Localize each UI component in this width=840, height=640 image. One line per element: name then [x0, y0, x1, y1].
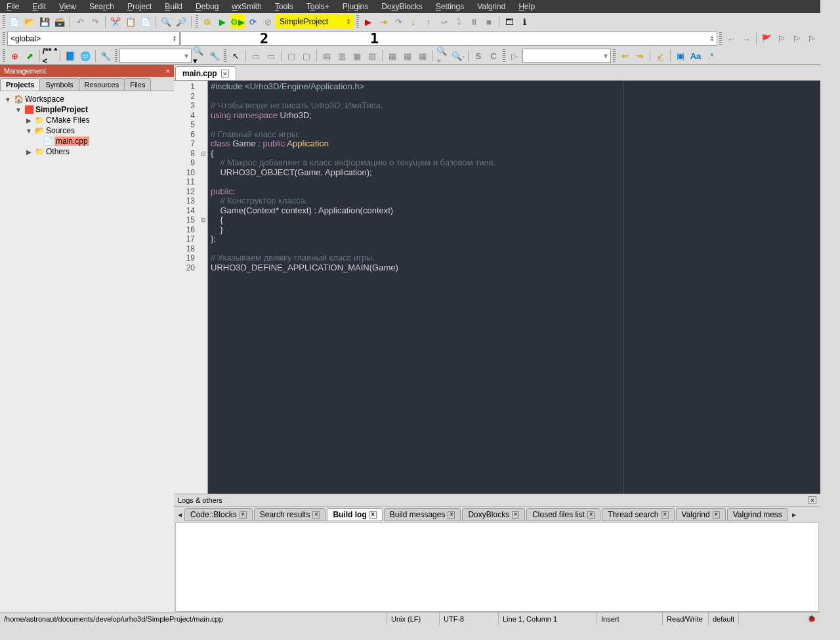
tb-misc-2[interactable]: ▭ [264, 49, 278, 63]
expander-icon[interactable]: ▼ [25, 127, 33, 135]
close-icon[interactable]: × [713, 511, 720, 519]
spinner-icon[interactable]: ▲▼ [710, 35, 714, 42]
build-run-button[interactable]: ⚙▶ [230, 14, 245, 29]
build-target-combo[interactable]: SimpleProject ▲▼ [276, 14, 354, 29]
tb-play-icon[interactable]: ▷ [507, 49, 522, 63]
spinner-icon[interactable]: ▲▼ [173, 35, 177, 42]
zoom-in-button[interactable]: 🔍+ [436, 49, 450, 63]
new-file-button[interactable]: 📄 [7, 14, 22, 29]
tb-grid-1[interactable]: ▦ [385, 49, 400, 63]
search-combo[interactable]: ▾ [119, 49, 192, 63]
zoom-out-button[interactable]: 🔍- [451, 49, 465, 63]
menu-view[interactable]: View [52, 1, 83, 12]
toolbar-handle[interactable] [356, 15, 359, 28]
close-tab-icon[interactable]: × [221, 70, 229, 77]
save-all-button[interactable]: 🗃️ [52, 14, 67, 29]
tab-resources[interactable]: Resources [79, 78, 125, 91]
chevron-down-icon[interactable]: ▾ [184, 51, 188, 60]
stop-debug-button[interactable]: ■ [482, 14, 496, 29]
doxy-config-button[interactable]: 🔧 [98, 49, 113, 63]
close-icon[interactable]: × [166, 67, 170, 75]
menu-project[interactable]: Project [121, 1, 158, 12]
close-icon[interactable]: × [808, 496, 816, 504]
toolbar-handle[interactable] [3, 49, 5, 62]
tb-misc-4[interactable]: ▢ [299, 49, 314, 63]
bookmark-clear-button[interactable]: 🏳 [805, 32, 819, 46]
bug-icon[interactable]: 🐞 [803, 614, 820, 623]
toolbar-handle[interactable] [613, 49, 616, 62]
toolbar-handle[interactable] [503, 49, 505, 62]
select-button[interactable]: ↖ [228, 49, 243, 63]
tb-misc-1[interactable]: ▭ [249, 49, 263, 63]
selection-button[interactable]: ▣ [673, 49, 688, 63]
cut-button[interactable]: ✂️ [108, 14, 123, 29]
tab-files[interactable]: Files [124, 78, 151, 91]
workspace-node[interactable]: Workspace [25, 95, 64, 104]
doxy-extract-button[interactable]: ⬈ [22, 49, 37, 63]
toolbar-handle[interactable] [196, 15, 198, 28]
open-file-button[interactable]: 📂 [22, 14, 37, 29]
tb-align-1[interactable]: ▤ [320, 49, 334, 63]
run-to-cursor-button[interactable]: ⇥ [376, 14, 390, 29]
menu-valgrind[interactable]: Valgrind [471, 1, 512, 12]
next-line-button[interactable]: ↷ [391, 14, 406, 29]
save-button[interactable]: 💾 [37, 14, 52, 29]
next-button[interactable]: ⇒ [633, 49, 647, 63]
nav-fwd-button[interactable]: → [739, 32, 753, 46]
nav-back-button[interactable]: ← [724, 32, 738, 46]
folder-others[interactable]: Others [46, 147, 70, 156]
log-tab-valgrind-mess[interactable]: Valgrind mess [727, 508, 788, 521]
logs-scroll-right[interactable]: ▸ [789, 510, 799, 519]
menu-file[interactable]: File [0, 1, 26, 12]
log-tab-codeblocks[interactable]: Code::Blocks× [184, 508, 253, 521]
editor-tab-main-cpp[interactable]: main.cpp × [175, 66, 236, 80]
log-tab-thread-search[interactable]: Thread search× [602, 508, 674, 521]
menu-plugins[interactable]: Plugins [336, 1, 375, 12]
comment-button[interactable]: C [486, 49, 501, 63]
toolbar-handle[interactable] [3, 15, 5, 28]
step-out-button[interactable]: ↑ [421, 14, 436, 29]
break-button[interactable]: ⏸ [467, 14, 481, 29]
source-button[interactable]: S [471, 49, 486, 63]
folder-cmake[interactable]: CMake Files [46, 116, 90, 125]
prev-button[interactable]: ⇐ [618, 49, 632, 63]
tb-align-3[interactable]: ▦ [350, 49, 364, 63]
close-icon[interactable]: × [662, 511, 669, 519]
log-tab-valgrind[interactable]: Valgrind× [676, 508, 726, 521]
tb-align-4[interactable]: ▧ [365, 49, 379, 63]
tb-grid-3[interactable]: ▦ [415, 49, 430, 63]
undo-button[interactable]: ↶ [73, 14, 87, 29]
replace-button[interactable]: 🔎 [174, 14, 188, 29]
find-button[interactable]: 🔍 [159, 14, 173, 29]
expander-icon[interactable]: ▶ [25, 117, 33, 124]
spinner-icon[interactable]: ▲▼ [346, 18, 350, 25]
toolbar-handle[interactable] [115, 49, 117, 62]
step-into-button[interactable]: ↓ [406, 14, 421, 29]
close-icon[interactable]: × [512, 511, 519, 519]
log-tab-doxyblocks[interactable]: DoxyBlocks× [462, 508, 525, 521]
menu-tools[interactable]: Tools [268, 1, 300, 12]
bookmark-prev-button[interactable]: 🏳 [774, 32, 789, 46]
scope-combo[interactable]: <global> ▲▼ [7, 32, 180, 46]
toolbar-handle[interactable] [224, 49, 226, 62]
close-icon[interactable]: × [312, 511, 320, 519]
toolbar-handle[interactable] [719, 32, 722, 45]
logs-scroll-left[interactable]: ◂ [175, 510, 184, 519]
menu-settings[interactable]: Settings [429, 1, 471, 12]
paste-button[interactable]: 📄 [138, 14, 153, 29]
log-tab-closed-files[interactable]: Closed files list× [526, 508, 600, 521]
menu-help[interactable]: Help [512, 1, 541, 12]
tab-symbols[interactable]: Symbols [39, 78, 79, 91]
regex-toggle-button[interactable]: .* [704, 49, 718, 63]
tb-select-combo[interactable]: ▾ [522, 49, 611, 63]
project-node[interactable]: SimpleProject [35, 105, 88, 114]
bookmark-next-button[interactable]: 🏳 [789, 32, 804, 46]
tb-misc-3[interactable]: ▢ [284, 49, 299, 63]
close-icon[interactable]: × [448, 511, 455, 519]
step-instr-button[interactable]: ⤵ [452, 14, 466, 29]
doxy-block-comment-button[interactable]: /** *< [43, 49, 57, 63]
search-opts-button[interactable]: 🔍▾ [192, 49, 207, 63]
file-main-cpp[interactable]: main.cpp [54, 137, 89, 146]
menu-edit[interactable]: Edit [26, 1, 52, 12]
bookmark-toggle-button[interactable]: 🚩 [759, 32, 774, 46]
